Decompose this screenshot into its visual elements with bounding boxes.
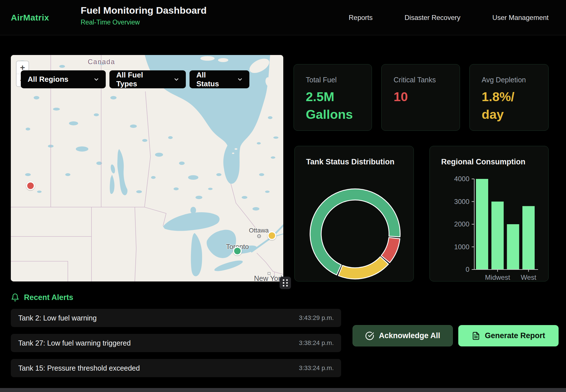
alert-row[interactable]: Tank 15: Pressure threshold exceeded 3:3…: [11, 359, 341, 377]
bar-2: [507, 224, 519, 270]
status-dropdown-value: All Status: [196, 71, 229, 88]
stat-label: Avg Depletion: [482, 76, 540, 84]
map-label-canada: Canada: [88, 58, 115, 66]
stat-card-avg-depletion: Avg Depletion 1.8%/day: [469, 64, 549, 131]
ottawa-town-dot: [258, 235, 261, 238]
regions-dropdown[interactable]: All Regions: [21, 70, 106, 88]
stat-card-critical-tanks: Critical Tanks 10: [381, 64, 460, 131]
map-filter-bar: All Regions All Fuel Types All Status: [21, 70, 249, 88]
chevron-down-icon: [166, 76, 180, 83]
alert-text: Tank 27: Low fuel warning triggered: [18, 339, 131, 347]
alert-text: Tank 15: Pressure threshold exceeded: [18, 364, 140, 372]
regional-consumption-bar-chart: 01000200030004000MidwestWest: [430, 146, 549, 282]
tank-status-donut-chart: [295, 146, 414, 282]
alert-time: 3:38:24 p.m.: [299, 339, 334, 347]
donut-segment-1: [381, 238, 400, 263]
stat-card-total-fuel: Total Fuel 2.5MGallons: [294, 64, 372, 131]
page-title-block: Fuel Monitoring Dashboard Real-Time Over…: [81, 5, 207, 26]
svg-text:West: West: [521, 273, 536, 281]
svg-text:2000: 2000: [454, 220, 469, 228]
stat-value: 2.5MGallons: [306, 88, 363, 123]
recent-alerts-title: Recent Alerts: [24, 293, 73, 302]
stat-label: Total Fuel: [306, 76, 363, 84]
svg-text:1000: 1000: [454, 243, 469, 251]
file-text-icon: [472, 331, 480, 340]
stat-value: 10: [394, 88, 451, 106]
bell-icon: [11, 293, 19, 302]
fuel-map[interactable]: Canada Ottawa Toronto New York + −: [11, 55, 283, 281]
drag-handle[interactable]: [280, 277, 291, 289]
alert-time: 3:33:24 p.m.: [299, 364, 334, 372]
nav-user-management[interactable]: User Management: [492, 14, 549, 22]
fuel-types-dropdown[interactable]: All Fuel Types: [109, 70, 186, 88]
bar-3: [522, 206, 535, 270]
acknowledge-all-button[interactable]: Acknowledge All: [353, 325, 453, 346]
page-title: Fuel Monitoring Dashboard: [81, 5, 207, 16]
svg-text:0: 0: [466, 266, 469, 273]
bar-0: [476, 179, 488, 270]
bottom-bar: [0, 388, 566, 392]
brand-logo: AirMatrix: [11, 0, 49, 35]
status-dropdown[interactable]: All Status: [190, 70, 249, 88]
page-subtitle: Real-Time Overview: [81, 19, 207, 26]
fuel-types-dropdown-value: All Fuel Types: [116, 71, 166, 88]
stat-label: Critical Tanks: [394, 76, 451, 84]
alert-time: 3:43:29 p.m.: [299, 314, 334, 322]
nav-reports[interactable]: Reports: [349, 14, 372, 22]
svg-text:Midwest: Midwest: [485, 273, 510, 281]
tank-marker-normal[interactable]: [233, 247, 242, 256]
alert-row[interactable]: Tank 2: Low fuel warning 3:43:29 p.m.: [11, 309, 341, 327]
regions-dropdown-value: All Regions: [28, 75, 68, 84]
chevron-down-icon: [229, 76, 243, 83]
donut-segment-2: [338, 257, 388, 279]
check-circle-icon: [365, 331, 374, 340]
stat-value: 1.8%/day: [482, 88, 540, 123]
tank-marker-warning[interactable]: [268, 231, 276, 240]
recent-alerts-header: Recent Alerts: [11, 293, 73, 302]
chevron-down-icon: [86, 76, 99, 83]
tank-marker-critical[interactable]: [26, 181, 35, 190]
top-nav: Reports Disaster Recovery User Managemen…: [349, 0, 549, 35]
svg-text:4000: 4000: [454, 175, 469, 183]
alert-text: Tank 2: Low fuel warning: [18, 314, 97, 322]
nav-disaster-recovery[interactable]: Disaster Recovery: [405, 14, 461, 22]
regional-consumption-chart-card: Regional Consumption 01000200030004000Mi…: [429, 146, 549, 281]
tank-status-chart-card: Tank Status Distribution: [294, 146, 414, 281]
map-label-new-york: New York: [254, 274, 283, 282]
svg-text:3000: 3000: [454, 198, 469, 205]
app-header: AirMatrix Fuel Monitoring Dashboard Real…: [0, 0, 566, 35]
alert-row[interactable]: Tank 27: Low fuel warning triggered 3:38…: [11, 334, 341, 352]
generate-report-button[interactable]: Generate Report: [458, 325, 559, 346]
bar-1: [491, 202, 504, 270]
map-label-ottawa: Ottawa: [249, 227, 269, 234]
